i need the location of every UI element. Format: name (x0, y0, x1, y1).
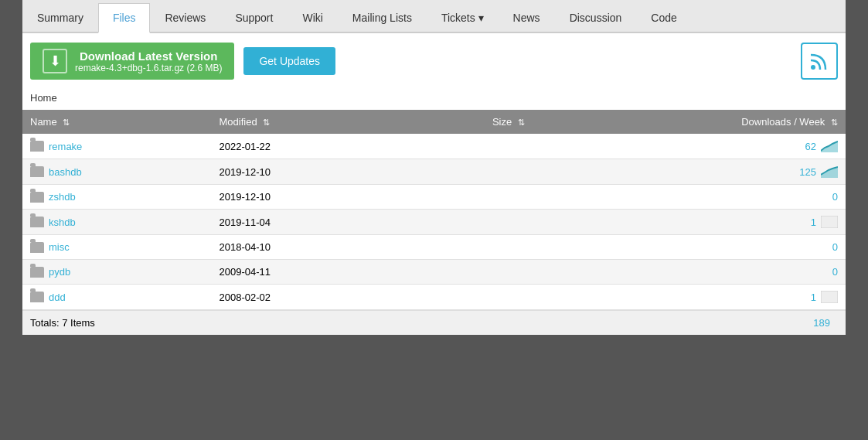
tab-support[interactable]: Support (220, 3, 288, 32)
mini-chart-icon (821, 140, 838, 152)
totals-label: Totals: 7 Items (30, 317, 95, 329)
file-size-cell (399, 185, 533, 210)
col-size[interactable]: Size ⇅ (399, 110, 533, 134)
file-downloads-cell: 0 (533, 185, 846, 210)
tab-discussion[interactable]: Discussion (555, 3, 637, 32)
file-modified-cell: 2022-01-22 (211, 134, 398, 159)
file-size-cell (399, 285, 533, 310)
tab-bar: Summary Files Reviews Support Wiki Maili… (22, 0, 846, 33)
file-downloads-cell: 1 (533, 285, 846, 310)
file-name-cell: pydb (22, 260, 211, 285)
file-name-cell: bashdb (22, 159, 211, 185)
sort-arrow-size: ⇅ (518, 118, 525, 128)
tab-summary[interactable]: Summary (22, 3, 98, 32)
sort-arrow-name: ⇅ (63, 118, 70, 128)
svg-rect-4 (821, 291, 838, 303)
table-row: misc 2018-04-10 0 (22, 235, 846, 260)
file-link[interactable]: zshdb (49, 191, 76, 203)
table-row: ddd 2008-02-02 1 (22, 285, 846, 310)
sort-arrow-downloads: ⇅ (831, 118, 838, 128)
col-name[interactable]: Name ⇅ (22, 110, 211, 134)
get-updates-button[interactable]: Get Updates (243, 47, 335, 75)
folder-icon (30, 192, 44, 203)
tab-tickets[interactable]: Tickets ▾ (427, 3, 499, 32)
table-row: pydb 2009-04-11 0 (22, 260, 846, 285)
col-modified[interactable]: Modified ⇅ (211, 110, 398, 134)
sort-arrow-modified: ⇅ (263, 118, 270, 128)
file-downloads-cell: 0 (533, 260, 846, 285)
download-icon: ⬇ (43, 49, 67, 73)
rss-icon (809, 51, 829, 71)
file-link[interactable]: remake (49, 141, 82, 152)
file-name-cell: zshdb (22, 185, 211, 210)
table-row: kshdb 2019-11-04 1 (22, 210, 846, 235)
folder-icon (30, 267, 44, 278)
file-link[interactable]: bashdb (49, 166, 82, 178)
rss-button[interactable] (801, 43, 838, 80)
folder-icon (30, 217, 44, 227)
file-modified-cell: 2008-02-02 (211, 285, 398, 310)
table-row: bashdb 2019-12-10 125 (22, 159, 846, 185)
file-downloads-cell: 1 (533, 210, 846, 235)
toolbar: ⬇ Download Latest Version remake-4.3+dbg… (22, 33, 846, 89)
file-modified-cell: 2019-12-10 (211, 159, 398, 185)
folder-icon (30, 292, 44, 302)
file-downloads-cell: 125 (533, 159, 846, 185)
file-name-cell: ddd (22, 285, 211, 310)
download-subtitle: remake-4.3+dbg-1.6.tar.gz (2.6 MB) (75, 63, 222, 73)
file-downloads-cell: 62 (533, 134, 846, 159)
file-size-cell (399, 235, 533, 260)
downloads-count: 1 (811, 292, 816, 303)
tab-reviews[interactable]: Reviews (150, 3, 220, 32)
downloads-count: 0 (832, 266, 838, 278)
downloads-count: 62 (805, 141, 816, 152)
totals-row: Totals: 7 Items 189 (22, 310, 846, 335)
tab-code[interactable]: Code (636, 3, 691, 32)
download-title: Download Latest Version (75, 49, 222, 63)
table-row: remake 2022-01-22 62 (22, 134, 846, 159)
file-name-cell: misc (22, 235, 211, 260)
file-link[interactable]: kshdb (49, 217, 76, 228)
file-modified-cell: 2019-12-10 (211, 185, 398, 210)
mini-chart-icon (821, 291, 838, 303)
folder-icon (30, 242, 44, 253)
file-size-cell (399, 159, 533, 185)
col-downloads[interactable]: Downloads / Week ⇅ (533, 110, 846, 134)
mini-chart-icon (821, 165, 838, 178)
svg-point-0 (811, 65, 815, 70)
file-name-cell: remake (22, 134, 211, 159)
svg-rect-3 (821, 216, 838, 228)
folder-icon (30, 141, 44, 152)
file-table: Name ⇅ Modified ⇅ Size ⇅ Downloads / Wee… (22, 110, 846, 310)
file-modified-cell: 2009-04-11 (211, 260, 398, 285)
file-link[interactable]: misc (49, 241, 70, 253)
file-modified-cell: 2019-11-04 (211, 210, 398, 235)
file-size-cell (399, 134, 533, 159)
tab-news[interactable]: News (499, 3, 555, 32)
mini-chart-icon (821, 216, 838, 228)
tab-files[interactable]: Files (98, 3, 151, 33)
file-link[interactable]: ddd (49, 292, 66, 303)
breadcrumb: Home (22, 89, 846, 110)
download-button[interactable]: ⬇ Download Latest Version remake-4.3+dbg… (30, 43, 234, 80)
downloads-count: 125 (799, 166, 816, 178)
downloads-count: 0 (832, 191, 838, 203)
file-link[interactable]: pydb (49, 266, 70, 278)
file-name-cell: kshdb (22, 210, 211, 235)
downloads-count: 1 (811, 217, 816, 228)
tab-mailing-lists[interactable]: Mailing Lists (338, 3, 427, 32)
downloads-count: 0 (832, 241, 838, 253)
file-size-cell (399, 210, 533, 235)
tab-wiki[interactable]: Wiki (288, 3, 337, 32)
svg-marker-1 (821, 142, 838, 152)
file-size-cell (399, 260, 533, 285)
folder-icon (30, 166, 44, 177)
file-modified-cell: 2018-04-10 (211, 235, 398, 260)
totals-downloads: 189 (813, 317, 838, 329)
table-row: zshdb 2019-12-10 0 (22, 185, 846, 210)
file-downloads-cell: 0 (533, 235, 846, 260)
